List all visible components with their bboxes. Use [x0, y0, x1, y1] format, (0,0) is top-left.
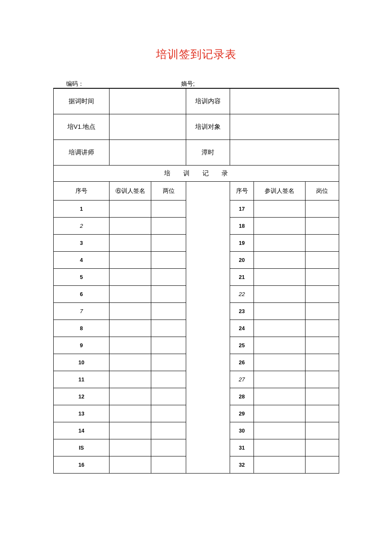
right-sign: [254, 354, 306, 371]
right-pos: [306, 303, 339, 320]
col-right-pos: 岗位: [306, 182, 339, 200]
label-lecturer: 培调讲师: [54, 140, 110, 166]
right-sign: [254, 405, 306, 422]
left-sign: [110, 405, 151, 422]
right-sign: [254, 337, 306, 354]
table-row: 1228: [54, 388, 339, 405]
right-pos: [306, 337, 339, 354]
info-row-place: 培V1.地点 培训对象: [54, 114, 339, 140]
right-no: 23: [230, 303, 254, 320]
left-pos: [151, 269, 186, 286]
gap-cell: [186, 269, 230, 286]
left-sign: [110, 388, 151, 405]
left-sign: [110, 354, 151, 371]
left-pos: [151, 303, 186, 320]
left-sign: [110, 439, 151, 456]
right-sign: [254, 320, 306, 337]
left-no: 7: [54, 303, 110, 320]
gap-cell: [186, 182, 230, 200]
gap-cell: [186, 354, 230, 371]
right-no: 24: [230, 320, 254, 337]
right-no: 29: [230, 405, 254, 422]
right-sign: [254, 388, 306, 405]
right-pos: [306, 439, 339, 456]
right-sign: [254, 286, 306, 303]
info-row-time: 据词时间 培训内容: [54, 89, 339, 114]
left-no: 13: [54, 405, 110, 422]
table-row: 420: [54, 252, 339, 269]
left-sign: [110, 286, 151, 303]
right-pos: [306, 422, 339, 439]
table-row: 824: [54, 320, 339, 337]
right-no: 26: [230, 354, 254, 371]
right-pos: [306, 405, 339, 422]
gap-cell: [186, 200, 230, 218]
value-lecturer: [110, 140, 186, 166]
value-target: [230, 114, 339, 140]
table-row: 1632: [54, 456, 339, 474]
table-row: 117: [54, 200, 339, 218]
gap-cell: [186, 388, 230, 405]
right-sign: [254, 269, 306, 286]
left-pos: [151, 456, 186, 474]
right-pos: [306, 456, 339, 474]
serial-label: 嫡号;: [181, 80, 195, 88]
col-left-sign: ⑥训人签名: [110, 182, 151, 200]
right-sign: [254, 235, 306, 252]
left-pos: [151, 200, 186, 218]
gap-cell: [186, 422, 230, 439]
left-no: 9: [54, 337, 110, 354]
gap-cell: [186, 303, 230, 320]
right-no: 21: [230, 269, 254, 286]
table-row: IS31: [54, 439, 339, 456]
right-pos: [306, 269, 339, 286]
table-row: 1329: [54, 405, 339, 422]
col-left-pos: 两位: [151, 182, 186, 200]
left-pos: [151, 422, 186, 439]
right-pos: [306, 354, 339, 371]
left-pos: [151, 337, 186, 354]
gap-cell: [186, 235, 230, 252]
right-no: 30: [230, 422, 254, 439]
left-no: 3: [54, 235, 110, 252]
table-row: 622: [54, 286, 339, 303]
right-no: 17: [230, 200, 254, 218]
left-sign: [110, 371, 151, 388]
left-pos: [151, 405, 186, 422]
gap-cell: [186, 439, 230, 456]
value-hours: [230, 140, 339, 166]
left-pos: [151, 286, 186, 303]
gap-cell: [186, 371, 230, 388]
left-no: 2: [54, 218, 110, 235]
table-row: 723: [54, 303, 339, 320]
table-row: 925: [54, 337, 339, 354]
label-time: 据词时间: [54, 89, 110, 114]
gap-cell: [186, 286, 230, 303]
right-no: 27: [230, 371, 254, 388]
table-row: 1127: [54, 371, 339, 388]
right-pos: [306, 252, 339, 269]
left-no: 4: [54, 252, 110, 269]
left-sign: [110, 456, 151, 474]
left-no: 1: [54, 200, 110, 218]
right-pos: [306, 200, 339, 218]
right-sign: [254, 252, 306, 269]
section-header-row: 培训记录: [54, 166, 339, 182]
right-no: 25: [230, 337, 254, 354]
left-sign: [110, 200, 151, 218]
code-label: 编码：: [66, 80, 181, 88]
left-no: 10: [54, 354, 110, 371]
right-no: 31: [230, 439, 254, 456]
left-sign: [110, 235, 151, 252]
left-pos: [151, 439, 186, 456]
gap-cell: [186, 252, 230, 269]
left-sign: [110, 422, 151, 439]
left-sign: [110, 303, 151, 320]
right-pos: [306, 320, 339, 337]
left-no: 8: [54, 320, 110, 337]
section-header: 培训记录: [54, 166, 339, 182]
gap-cell: [186, 456, 230, 474]
left-no: 5: [54, 269, 110, 286]
main-table: 据词时间 培训内容 培V1.地点 培训对象 培调讲师 潭时 培训记录 序号 ⑥训…: [53, 88, 339, 474]
right-sign: [254, 218, 306, 235]
